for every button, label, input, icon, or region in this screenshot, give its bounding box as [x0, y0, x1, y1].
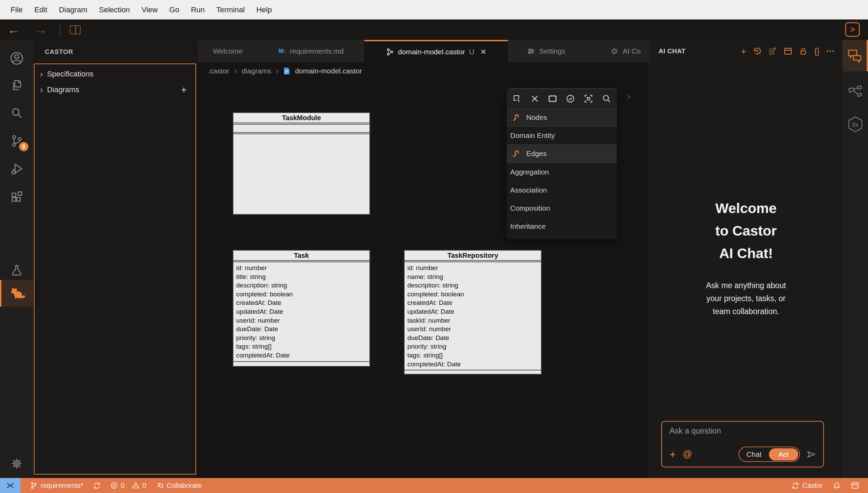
- menu-help[interactable]: Help: [250, 0, 277, 19]
- mention-at-icon[interactable]: @: [683, 449, 692, 460]
- subtitle-line: your projects, tasks, or: [650, 292, 842, 305]
- attribute: id: number: [407, 264, 538, 272]
- close-tab-icon[interactable]: ✕: [480, 48, 487, 56]
- castor-sync-status-item[interactable]: Castor: [791, 482, 823, 490]
- tab-welcome[interactable]: Welcome: [198, 40, 258, 62]
- editor-group: Welcome M↓ requirements.md domain-model.…: [197, 40, 649, 478]
- delete-x-icon[interactable]: [531, 95, 539, 103]
- palette-item-domain-entity[interactable]: Domain Entity: [507, 127, 617, 145]
- menu-selection[interactable]: Selection: [93, 0, 136, 19]
- diagram-palette: Nodes Domain Entity Edges Aggregation: [507, 88, 617, 239]
- chat-act-toggle[interactable]: Chat Act: [738, 447, 800, 462]
- castor-beaver-icon[interactable]: [0, 280, 33, 307]
- history-icon[interactable]: [753, 47, 762, 56]
- run-debug-icon[interactable]: [0, 157, 33, 181]
- chat-question-input[interactable]: [669, 426, 816, 436]
- uml-node-taskmodule[interactable]: TaskModule: [233, 112, 370, 215]
- subtitle-line: Ask me anything about: [650, 279, 842, 292]
- tab-ai-config[interactable]: AI Co: [585, 40, 650, 62]
- menu-edit[interactable]: Edit: [28, 0, 53, 19]
- send-icon[interactable]: [806, 449, 816, 460]
- notifications-status-item[interactable]: [833, 482, 841, 490]
- attribute: taskId: number: [407, 316, 538, 325]
- uml-node-task[interactable]: Task id: number title: string descriptio…: [233, 250, 370, 367]
- explorer-files-icon[interactable]: [0, 73, 33, 97]
- toggle-panel-chevron-icon[interactable]: >: [845, 22, 860, 37]
- collaborate-label: Collaborate: [167, 482, 202, 490]
- breadcrumb-segment[interactable]: .castor: [208, 67, 229, 75]
- workflow-rail-icon[interactable]: [842, 80, 868, 104]
- extensions-icon[interactable]: [0, 185, 33, 209]
- menu-terminal[interactable]: Terminal: [211, 0, 250, 19]
- palette-item-inheritance[interactable]: Inheritance: [507, 217, 617, 235]
- sidebar-item-specifications[interactable]: › Specifications: [35, 66, 195, 82]
- tab-settings[interactable]: Settings: [508, 40, 585, 62]
- zoom-search-icon[interactable]: [602, 94, 611, 103]
- tab-bar: Welcome M↓ requirements.md domain-model.…: [198, 40, 650, 62]
- layout-icon[interactable]: [784, 47, 792, 56]
- breadcrumb-segment[interactable]: domain-model.castor: [295, 67, 362, 75]
- mode-act-pill[interactable]: Act: [769, 448, 798, 461]
- add-diagram-button[interactable]: +: [181, 84, 187, 95]
- split-editor-icon[interactable]: [70, 25, 81, 34]
- tab-label: domain-model.castor: [398, 48, 465, 56]
- marquee-icon[interactable]: [548, 94, 557, 103]
- testing-beaker-icon[interactable]: [0, 258, 33, 283]
- center-fit-icon[interactable]: [584, 94, 593, 103]
- tab-requirements[interactable]: M↓ requirements.md: [258, 40, 364, 62]
- sidebar-item-diagrams[interactable]: › Diagrams +: [35, 82, 195, 98]
- problems-status-item[interactable]: 0 0: [110, 482, 146, 490]
- sync-status-item[interactable]: [93, 482, 101, 490]
- search-icon[interactable]: [0, 101, 33, 125]
- ai-chat-title: AI CHAT: [659, 47, 686, 55]
- toggle-panel-status-item[interactable]: [851, 481, 859, 490]
- attribute: title: string: [236, 272, 367, 281]
- errors-count: 0: [121, 482, 125, 490]
- branch-status-item[interactable]: requirements*: [30, 482, 83, 490]
- sidebar: CASTOR › Specifications › Diagrams +: [33, 40, 197, 478]
- palette-item-association[interactable]: Association: [507, 181, 617, 199]
- validate-check-icon[interactable]: [566, 94, 575, 103]
- unlock-icon[interactable]: [799, 47, 808, 56]
- remote-indicator[interactable]: [0, 478, 21, 493]
- select-cursor-icon[interactable]: [513, 94, 521, 103]
- mode-chat-label[interactable]: Chat: [739, 450, 769, 459]
- flowchart-icon: [848, 85, 863, 99]
- palette-item-aggregation[interactable]: Aggregation: [507, 163, 617, 181]
- menu-view[interactable]: View: [136, 0, 163, 19]
- attribute: completed: boolean: [407, 290, 538, 299]
- new-chat-plus-icon[interactable]: +: [741, 47, 746, 56]
- menu-run[interactable]: Run: [185, 0, 211, 19]
- chevron-right-icon: ›: [40, 85, 43, 95]
- uml-node-taskrepository[interactable]: TaskRepository id: number name: string d…: [404, 250, 542, 375]
- collaborate-status-item[interactable]: Collaborate: [156, 482, 202, 490]
- open-in-editor-icon[interactable]: [768, 47, 777, 56]
- tab-label: AI Co: [623, 47, 641, 55]
- menu-go[interactable]: Go: [163, 0, 185, 19]
- diagram-canvas[interactable]: TaskModule Task id: number title: string…: [198, 80, 650, 478]
- source-control-icon[interactable]: 8: [0, 129, 33, 153]
- braces-icon[interactable]: {}: [814, 47, 819, 55]
- more-actions-ellipsis-icon[interactable]: ···: [826, 47, 835, 56]
- menu-file[interactable]: File: [5, 0, 28, 19]
- palette-collapse-chevron-icon[interactable]: ›: [627, 89, 630, 102]
- menu-diagram[interactable]: Diagram: [53, 0, 93, 19]
- tab-domain-model[interactable]: domain-model.castor U ✕: [364, 40, 508, 62]
- forward-arrow-icon[interactable]: →: [27, 19, 55, 40]
- palette-group-nodes[interactable]: Nodes: [507, 109, 617, 127]
- hex-rail-icon[interactable]: 0x: [842, 112, 868, 136]
- breadcrumb-separator: ›: [276, 66, 279, 76]
- chat-input-box[interactable]: + @ Chat Act: [661, 421, 824, 467]
- palette-item-composition[interactable]: Composition: [507, 199, 617, 217]
- attach-plus-icon[interactable]: +: [669, 449, 676, 460]
- file-icon: [283, 67, 290, 75]
- back-arrow-icon[interactable]: ←: [0, 19, 27, 40]
- palette-toolbar: [507, 89, 617, 109]
- palette-group-edges[interactable]: Edges: [507, 145, 617, 163]
- ai-chat-rail-icon[interactable]: [842, 40, 868, 71]
- remote-icon: [6, 481, 15, 490]
- account-icon[interactable]: [0, 46, 33, 71]
- settings-gear-icon[interactable]: [0, 451, 33, 476]
- breadcrumb-segment[interactable]: diagrams: [242, 67, 271, 75]
- welcome-line: to Castor: [650, 220, 842, 242]
